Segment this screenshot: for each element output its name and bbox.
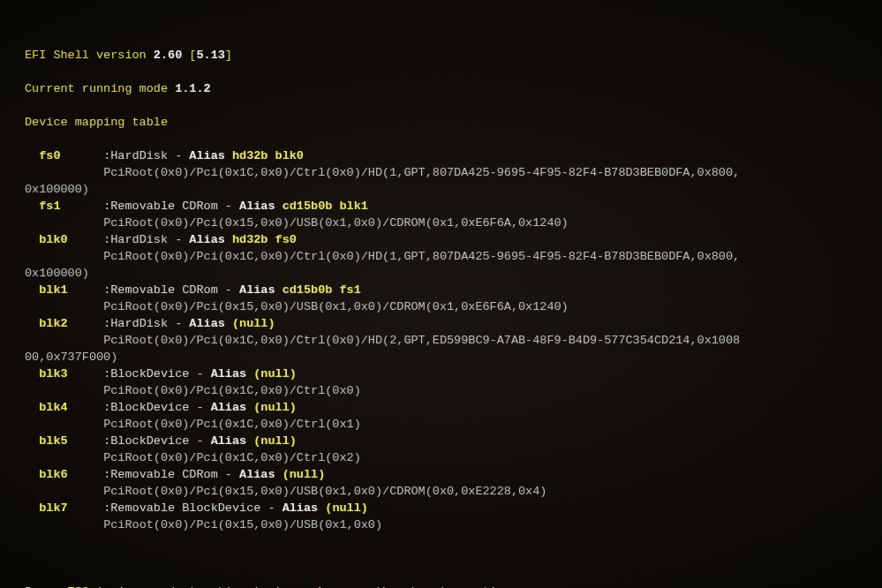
device-type: :Removable CDRom - — [103, 468, 239, 481]
alias-value: cd15b0b blk1 — [283, 200, 368, 213]
device-path: PciRoot(0x0)/Pci(0x1C,0x0)/Ctrl(0x0)/HD(… — [25, 164, 857, 181]
alias-value: (null) — [253, 367, 297, 381]
efi-shell-screen: EFI Shell version 2.60 [5.13] Current ru… — [0, 0, 882, 588]
blank-line — [25, 550, 857, 567]
alias-label: Alias — [189, 233, 232, 246]
alias-label: Alias — [211, 401, 254, 414]
alias-label: Alias — [211, 367, 254, 381]
device-type: :HardDisk - — [103, 233, 189, 246]
mode-value: 1.1.2 — [175, 82, 211, 95]
device-type: :BlockDevice - — [103, 367, 211, 381]
alias-value: (null) — [253, 434, 297, 448]
device-entry-header: blk6 :Removable CDRom - Alias (null) — [25, 466, 857, 483]
device-entry-header: fs1 :Removable CDRom - Alias cd15b0b blk… — [25, 198, 857, 215]
device-entry-header: blk7 :Removable BlockDevice - Alias (nul… — [25, 500, 857, 516]
alias-label: Alias — [189, 317, 232, 330]
device-path-overflow: 00,0x737F000) — [25, 349, 857, 366]
alias-value: (null) — [253, 401, 297, 414]
device-table-header: Device mapping table — [25, 114, 857, 131]
device-entry-header: blk3 :BlockDevice - Alias (null) — [25, 366, 857, 382]
device-name: blk0 — [25, 233, 103, 246]
bracket-version: 5.13 — [196, 49, 224, 62]
device-type: :BlockDevice - — [103, 401, 211, 414]
device-entry-header: fs0 :HardDisk - Alias hd32b blk0 — [25, 147, 857, 164]
version: 2.60 — [154, 49, 182, 62]
device-path: PciRoot(0x0)/Pci(0x1C,0x0)/Ctrl(0x0) — [25, 382, 857, 399]
device-type: :Removable BlockDevice - — [103, 501, 283, 515]
device-path: PciRoot(0x0)/Pci(0x1C,0x0)/Ctrl(0x0)/HD(… — [25, 248, 857, 265]
alias-value: cd15b0b fs1 — [283, 283, 361, 297]
device-path-overflow: 0x100000) — [25, 265, 857, 282]
device-path: PciRoot(0x0)/Pci(0x1C,0x0)/Ctrl(0x0)/HD(… — [25, 332, 857, 349]
device-name: fs0 — [25, 149, 103, 162]
device-path: PciRoot(0x0)/Pci(0x15,0x0)/USB(0x1,0x0)/… — [25, 298, 857, 315]
alias-value: hd32b fs0 — [232, 233, 297, 246]
mode-label: Current running mode — [25, 82, 175, 95]
device-name: blk3 — [25, 367, 103, 381]
device-path: PciRoot(0x0)/Pci(0x1C,0x0)/Ctrl(0x2) — [25, 449, 857, 466]
device-type: :BlockDevice - — [103, 434, 211, 448]
alias-label: Alias — [239, 468, 283, 481]
device-name: blk2 — [25, 317, 103, 330]
alias-label: Alias — [283, 501, 326, 515]
alias-value: (null) — [232, 317, 275, 330]
alias-label: Alias — [189, 149, 232, 162]
device-entry-header: blk2 :HardDisk - Alias (null) — [25, 315, 857, 332]
table-label: Device mapping table — [25, 116, 168, 129]
bracket-close: ] — [225, 49, 232, 62]
device-entry-header: blk0 :HardDisk - Alias hd32b fs0 — [25, 231, 857, 248]
device-type: :Removable CDRom - — [103, 200, 239, 213]
device-entry-header: blk1 :Removable CDRom - Alias cd15b0b fs… — [25, 282, 857, 298]
device-path: PciRoot(0x0)/Pci(0x15,0x0)/USB(0x1,0x0)/… — [25, 483, 857, 500]
alias-label: Alias — [211, 434, 254, 448]
alias-value: (null) — [325, 501, 368, 515]
device-path: PciRoot(0x0)/Pci(0x1C,0x0)/Ctrl(0x1) — [25, 416, 857, 433]
alias-value: (null) — [283, 468, 326, 481]
alias-label: Alias — [239, 283, 283, 297]
device-path-overflow: 0x100000) — [25, 181, 857, 198]
device-type: :HardDisk - — [103, 149, 189, 162]
bracket-open: [ — [182, 49, 196, 62]
alias-value: hd32b blk0 — [232, 149, 304, 162]
device-type: :Removable CDRom - — [103, 283, 239, 297]
title-prefix: EFI Shell version — [25, 49, 154, 62]
device-name: blk4 — [25, 401, 103, 414]
device-name: blk6 — [25, 468, 103, 481]
device-path: PciRoot(0x0)/Pci(0x15,0x0)/USB(0x1,0x0) — [25, 516, 857, 533]
device-path: PciRoot(0x0)/Pci(0x15,0x0)/USB(0x1,0x0)/… — [25, 215, 857, 231]
device-entry-header: blk4 :BlockDevice - Alias (null) — [25, 399, 857, 416]
alias-label: Alias — [239, 200, 283, 213]
device-type: :HardDisk - — [103, 317, 189, 330]
device-name: fs1 — [25, 200, 103, 213]
startup-prompt-line: Press ESC in 1 seconds to skip startup.n… — [25, 584, 857, 588]
device-mapping-entries: fs0 :HardDisk - Alias hd32b blk0 PciRoot… — [25, 147, 857, 533]
device-entry-header: blk5 :BlockDevice - Alias (null) — [25, 433, 857, 449]
header-line-2: Current running mode 1.1.2 — [25, 80, 857, 97]
header-line-1: EFI Shell version 2.60 [5.13] — [25, 47, 857, 64]
device-name: blk1 — [25, 283, 103, 297]
device-name: blk7 — [25, 501, 103, 515]
device-name: blk5 — [25, 434, 103, 448]
